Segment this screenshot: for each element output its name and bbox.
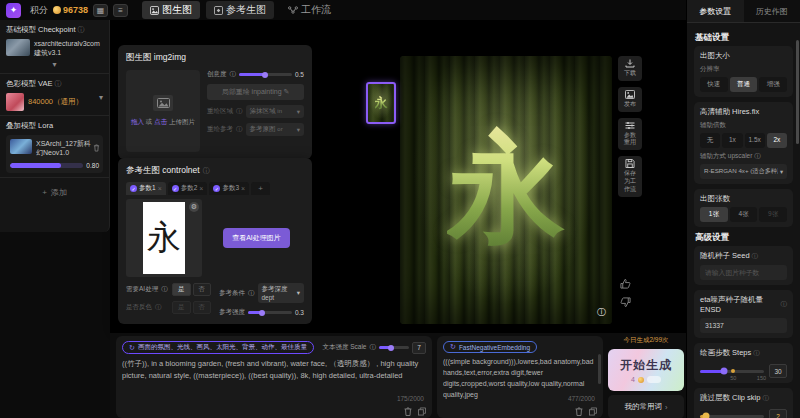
- lora-card[interactable]: XSArchi_127新科幻Neov1.0 0.80: [6, 135, 103, 173]
- copy-icon[interactable]: [418, 407, 426, 416]
- ref-condition-select[interactable]: 参考深度 dept ▾: [258, 283, 305, 303]
- clipskip-slider[interactable]: 12: [700, 415, 764, 418]
- clipskip-card: 跳过层数 Clip skip ⓘ 12 2: [694, 388, 793, 418]
- lora-weight-value[interactable]: 0.80: [86, 162, 99, 169]
- app-logo-icon[interactable]: ✦: [6, 3, 21, 18]
- info-icon[interactable]: ⓘ: [55, 79, 62, 89]
- info-icon[interactable]: ⓘ: [203, 166, 210, 176]
- ref-strength-value[interactable]: 0.3: [295, 309, 304, 316]
- inpainting-button[interactable]: 局部重绘 inpainting ✎: [207, 84, 304, 100]
- negative-scrollbar[interactable]: [598, 354, 601, 384]
- sidebar-scrollbar[interactable]: [796, 40, 799, 144]
- upscaler-select[interactable]: R-ESRGAN 4x+ (适合多种风 ▾: [700, 164, 787, 179]
- info-icon: ⓘ: [752, 252, 759, 261]
- controlnet-preview[interactable]: 永 ⚙: [126, 199, 202, 277]
- view-ai-processed-button[interactable]: 查看AI处理图片: [223, 228, 290, 248]
- close-icon[interactable]: ×: [241, 185, 245, 192]
- controlnet-tab-1[interactable]: ✓ 参数1 ×: [126, 182, 166, 195]
- close-icon[interactable]: ×: [199, 185, 203, 192]
- redraw-ref-select[interactable]: 参考原图 or ▾: [246, 123, 305, 136]
- hires-15x-button[interactable]: 1.5x: [745, 133, 765, 148]
- tab-history[interactable]: 历史作图: [744, 0, 800, 22]
- lora-weight-slider[interactable]: [10, 163, 83, 168]
- publish-button[interactable]: 发布: [618, 87, 642, 112]
- reuse-params-button[interactable]: 参数重用: [618, 118, 642, 151]
- prompt-hint-button[interactable]: ↻ 画面的氛围、光线、画风、太阳光、背景、动作、最佳质量: [122, 341, 314, 354]
- chevron-down-icon[interactable]: ▾: [99, 93, 103, 102]
- seed-input[interactable]: [700, 265, 787, 280]
- scale-value[interactable]: 7: [412, 342, 426, 354]
- menu-icon[interactable]: ≡: [113, 4, 128, 17]
- trash-icon[interactable]: [404, 407, 412, 416]
- thumb-down-icon[interactable]: [620, 297, 631, 308]
- negative-embedding-button[interactable]: ↻ FastNegativeEmbedding: [443, 341, 537, 353]
- vae-thumbnail[interactable]: [6, 93, 24, 111]
- res-normal-button[interactable]: 普通: [730, 77, 758, 92]
- checkpoint-thumbnail[interactable]: [6, 39, 30, 56]
- tab-ref-generate[interactable]: 参考生图: [206, 1, 274, 19]
- creativity-slider[interactable]: [239, 73, 292, 76]
- count-1-button[interactable]: 1张: [700, 207, 728, 222]
- generate-button[interactable]: 开始生成 4: [608, 349, 684, 391]
- res-enhanced-button[interactable]: 增强: [759, 77, 787, 92]
- arrow-right-icon: ›: [665, 403, 668, 412]
- download-button[interactable]: 下载: [618, 56, 642, 81]
- scale-slider[interactable]: [379, 346, 409, 349]
- no-button[interactable]: 否: [193, 283, 212, 296]
- controlnet-tab-3[interactable]: ✓ 参数3 ×: [209, 182, 249, 195]
- redraw-region-select[interactable]: 涂抹区域 in ▾: [246, 105, 305, 118]
- info-icon[interactable]: ⓘ: [230, 70, 237, 79]
- points-value[interactable]: 96738: [63, 5, 88, 15]
- trash-icon[interactable]: [575, 407, 583, 416]
- close-icon[interactable]: ×: [158, 185, 162, 192]
- add-controlnet-tab-button[interactable]: +: [251, 182, 270, 195]
- yes-button[interactable]: 是: [172, 301, 191, 314]
- drag-link[interactable]: 拖入: [131, 118, 144, 125]
- steps-slider[interactable]: 50 150: [700, 370, 764, 373]
- yes-button[interactable]: 是: [172, 283, 191, 296]
- clipskip-value[interactable]: 2: [769, 409, 787, 418]
- chevron-down-icon[interactable]: ▾: [6, 60, 103, 69]
- count-options: 1张 4张 9张: [700, 207, 787, 222]
- gear-icon[interactable]: ⚙: [189, 202, 199, 212]
- click-upload-link[interactable]: 点击: [154, 118, 167, 125]
- grid-view-icon[interactable]: ▦: [93, 4, 108, 17]
- favorite-words-button[interactable]: 我的常用词 ›: [608, 395, 684, 418]
- hires-2x-button[interactable]: 2x: [767, 133, 787, 148]
- result-thumbnail[interactable]: 永: [366, 82, 396, 124]
- points-label: 积分: [30, 4, 48, 17]
- ref-strength-slider[interactable]: [248, 311, 292, 314]
- add-lora-button[interactable]: + 添加: [0, 178, 109, 208]
- negative-prompt-input[interactable]: (((simple background))),lowres,bad anato…: [443, 357, 597, 399]
- save-workflow-button[interactable]: 保存为工作流: [618, 156, 642, 196]
- lora-name[interactable]: XSArchi_127新科幻Neov1.0: [36, 139, 92, 158]
- tab-parameter-settings[interactable]: 参数设置: [687, 0, 744, 22]
- trash-icon[interactable]: [93, 138, 100, 156]
- result-image[interactable]: 永 ⓘ: [400, 56, 612, 324]
- count-9-button[interactable]: 9张: [759, 207, 787, 222]
- count-4-button[interactable]: 4张: [730, 207, 758, 222]
- vae-value[interactable]: 840000（通用）: [28, 97, 83, 107]
- tab-workflow[interactable]: 工作流: [280, 1, 339, 19]
- creativity-value[interactable]: 0.5: [295, 71, 304, 78]
- info-icon: ⓘ: [236, 125, 243, 134]
- controlnet-tab-2[interactable]: ✓ 参数2 ×: [168, 182, 208, 195]
- thumb-up-icon[interactable]: [620, 278, 631, 289]
- res-fast-button[interactable]: 快速: [700, 77, 728, 92]
- checkpoint-name[interactable]: xsarchitecturalv3com建筑v3.1: [34, 39, 100, 58]
- hires-1x-button[interactable]: 1x: [722, 133, 742, 148]
- info-icon: ⓘ: [155, 303, 162, 312]
- upload-dropzone[interactable]: 拖入 或 点击 上传图片: [126, 70, 200, 152]
- clipskip-label: 跳过层数 Clip skip: [700, 393, 760, 403]
- copy-icon[interactable]: [589, 407, 597, 416]
- info-icon[interactable]: ⓘ: [78, 25, 85, 35]
- steps-value[interactable]: 30: [769, 364, 787, 378]
- lora-thumbnail[interactable]: [10, 139, 32, 154]
- resolution-options: 快速 普通 增强: [700, 77, 787, 92]
- tab-img2img[interactable]: 图生图: [142, 1, 200, 19]
- hires-none-button[interactable]: 无: [700, 133, 720, 148]
- positive-prompt-input[interactable]: ((竹子)), in a blooming garden, (fresh and…: [122, 358, 426, 400]
- ensd-input[interactable]: [700, 318, 787, 333]
- image-info-icon[interactable]: ⓘ: [597, 306, 606, 319]
- no-button[interactable]: 否: [193, 301, 212, 314]
